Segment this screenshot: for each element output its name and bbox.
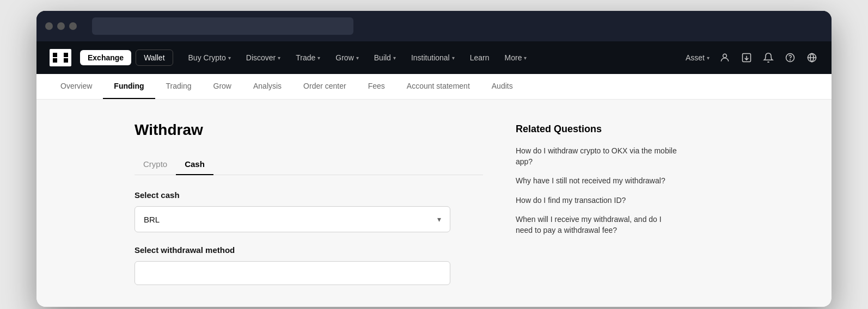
chevron-down-icon: ▾ — [452, 55, 455, 61]
withdraw-section: Withdraw Crypto Cash Select cash BRL ▾ S… — [135, 121, 483, 285]
browser-chrome — [36, 11, 832, 41]
nav-menu-trade[interactable]: Trade ▾ — [289, 50, 327, 65]
page-title: Withdraw — [135, 121, 483, 139]
chevron-down-icon: ▾ — [356, 55, 359, 61]
select-cash-wrapper: BRL ▾ — [135, 206, 483, 232]
svg-point-0 — [723, 54, 727, 58]
question-icon[interactable] — [784, 51, 797, 64]
app-container: Exchange Wallet Buy Crypto ▾ Discover ▾ … — [36, 41, 832, 307]
traffic-lights — [45, 22, 77, 30]
nav-tab-exchange[interactable]: Exchange — [80, 50, 131, 65]
withdrawal-method-label: Select withdrawal method — [135, 245, 483, 255]
chevron-down-icon: ▾ — [278, 55, 280, 61]
nav-right: Asset ▾ — [686, 51, 818, 64]
traffic-light-close[interactable] — [45, 22, 53, 30]
download-icon[interactable] — [740, 51, 753, 64]
sub-nav-analysis[interactable]: Analysis — [242, 74, 292, 99]
related-questions-title: Related Questions — [516, 123, 679, 135]
nav-menu-build[interactable]: Build ▾ — [368, 50, 402, 65]
sub-nav-account-statement[interactable]: Account statement — [396, 74, 481, 99]
nav-menu-grow[interactable]: Grow ▾ — [329, 50, 365, 65]
select-cash-chevron-icon: ▾ — [437, 215, 441, 224]
nav-menu-buy-crypto[interactable]: Buy Crypto ▾ — [182, 50, 237, 65]
select-cash-dropdown[interactable]: BRL ▾ — [135, 206, 450, 232]
traffic-light-minimize[interactable] — [57, 22, 65, 30]
sub-nav-order-center[interactable]: Order center — [292, 74, 357, 99]
withdraw-type-tabs: Crypto Cash — [135, 154, 483, 175]
asset-dropdown[interactable]: Asset ▾ — [686, 53, 710, 62]
sub-navbar: Overview Funding Trading Grow Analysis O… — [36, 74, 832, 100]
sub-nav-grow[interactable]: Grow — [203, 74, 242, 99]
main-content: Withdraw Crypto Cash Select cash BRL ▾ S… — [36, 100, 832, 307]
logo[interactable] — [50, 49, 71, 66]
nav-menu-discover[interactable]: Discover ▾ — [240, 50, 287, 65]
sub-nav-audits[interactable]: Audits — [481, 74, 524, 99]
withdrawal-method-input[interactable] — [135, 261, 450, 285]
related-questions-section: Related Questions How do I withdraw cryp… — [516, 121, 679, 285]
nav-menu-learn[interactable]: Learn — [463, 50, 496, 65]
chevron-down-icon: ▾ — [707, 55, 710, 61]
sub-nav-trading[interactable]: Trading — [155, 74, 203, 99]
related-question-2[interactable]: Why have I still not received my withdra… — [516, 176, 679, 187]
bell-icon[interactable] — [762, 51, 775, 64]
address-bar[interactable] — [92, 17, 353, 35]
tab-crypto[interactable]: Crypto — [135, 154, 176, 175]
nav-menu-items: Buy Crypto ▾ Discover ▾ Trade ▾ Grow ▾ B… — [182, 50, 681, 65]
nav-menu-institutional[interactable]: Institutional ▾ — [405, 50, 461, 65]
sub-nav-funding[interactable]: Funding — [103, 74, 155, 99]
related-question-1[interactable]: How do I withdraw crypto to OKX via the … — [516, 146, 679, 167]
select-cash-value: BRL — [144, 215, 160, 224]
top-navbar: Exchange Wallet Buy Crypto ▾ Discover ▾ … — [36, 41, 832, 74]
select-cash-label: Select cash — [135, 190, 483, 200]
related-question-3[interactable]: How do I find my transaction ID? — [516, 195, 679, 206]
tab-cash[interactable]: Cash — [176, 154, 213, 175]
chevron-down-icon: ▾ — [393, 55, 396, 61]
nav-tab-wallet[interactable]: Wallet — [136, 50, 173, 66]
nav-menu-more[interactable]: More ▾ — [498, 50, 534, 65]
chevron-down-icon: ▾ — [317, 55, 320, 61]
globe-icon[interactable] — [805, 51, 818, 64]
traffic-light-maximize[interactable] — [69, 22, 77, 30]
chevron-down-icon: ▾ — [228, 55, 231, 61]
browser-window: Exchange Wallet Buy Crypto ▾ Discover ▾ … — [36, 11, 832, 307]
chevron-down-icon: ▾ — [524, 55, 527, 61]
user-icon[interactable] — [718, 51, 731, 64]
svg-point-3 — [790, 60, 791, 60]
sub-nav-overview[interactable]: Overview — [50, 74, 103, 99]
logo-icon — [50, 49, 71, 66]
sub-nav-fees[interactable]: Fees — [357, 74, 396, 99]
related-question-4[interactable]: When will I receive my withdrawal, and d… — [516, 214, 679, 236]
